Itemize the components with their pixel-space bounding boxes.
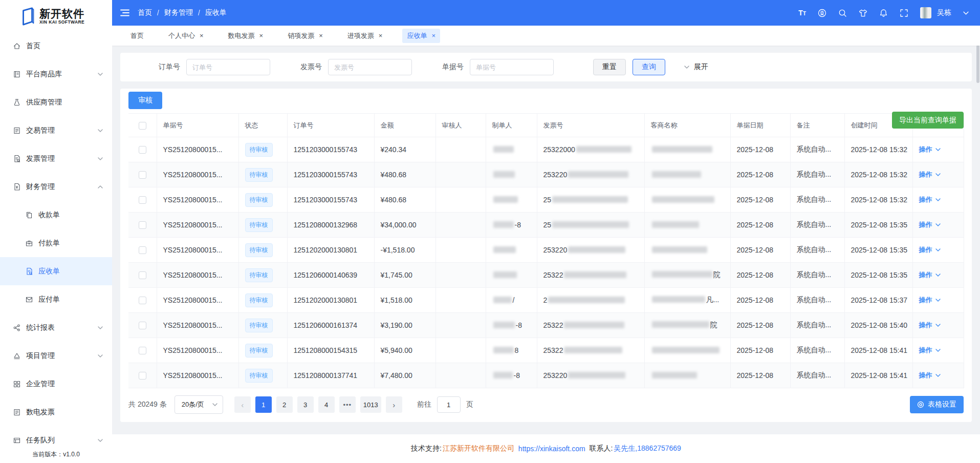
tab-digital-invoice[interactable]: 数电发票× <box>224 29 268 43</box>
avatar[interactable] <box>920 7 931 18</box>
tab-close-icon[interactable]: × <box>431 32 435 39</box>
search-icon[interactable] <box>838 9 847 17</box>
sidebar-item-payment-order[interactable]: 付款单 <box>0 229 112 257</box>
row-action-button[interactable]: 操作 <box>919 145 941 154</box>
fullscreen-icon[interactable] <box>900 9 908 17</box>
user-name[interactable]: 吴栋 <box>937 8 951 17</box>
row-checkbox[interactable] <box>139 297 146 304</box>
row-action-button[interactable]: 操作 <box>919 346 941 355</box>
tab-receivable[interactable]: 应收单× <box>402 29 440 43</box>
triangle-icon <box>13 352 21 360</box>
table-settings-button[interactable]: 表格设置 <box>910 396 964 413</box>
next-page-button[interactable]: › <box>386 396 402 413</box>
row-checkbox[interactable] <box>139 271 146 279</box>
tab-label: 销项发票 <box>288 31 314 40</box>
page-4-button[interactable]: 4 <box>318 396 335 413</box>
tab-personal-center[interactable]: 个人中心× <box>164 29 208 43</box>
table-row: YS25120800015...待审核1251206000161374¥3,19… <box>128 313 964 338</box>
select-all-checkbox[interactable] <box>139 122 146 130</box>
doc-no-cell: YS25120800015... <box>157 363 238 388</box>
sidebar-item-digital-invoice[interactable]: 数电发票 <box>0 398 112 426</box>
row-action-button[interactable]: 操作 <box>919 245 941 255</box>
row-checkbox[interactable] <box>139 171 146 179</box>
collapse-menu-icon[interactable] <box>120 9 129 16</box>
row-action-button[interactable]: 操作 <box>919 371 941 380</box>
theme-icon[interactable] <box>859 9 867 17</box>
sidebar-item-enterprise-mgmt[interactable]: 企业管理 <box>0 370 112 398</box>
remark-cell: 系统自动... <box>790 187 844 213</box>
audit-button[interactable]: 审核 <box>128 92 162 109</box>
order-no-cell: 1251206000140639 <box>287 263 374 288</box>
sidebar-item-invoice-mgmt[interactable]: 发票管理 <box>0 144 112 173</box>
amount-cell: ¥34,000.00 <box>374 213 435 238</box>
reset-button[interactable]: 重置 <box>593 59 626 75</box>
page-1013-button[interactable]: 1013 <box>360 396 381 413</box>
more-pages-button[interactable]: ••• <box>339 396 356 413</box>
row-action-button[interactable]: 操作 <box>919 170 941 179</box>
sidebar-item-task-queue[interactable]: 任务队列 <box>0 426 112 449</box>
invoice-no-input[interactable] <box>328 59 412 75</box>
tab-close-icon[interactable]: × <box>259 32 264 39</box>
redacted-maker <box>493 347 514 353</box>
sidebar-item-payable-order[interactable]: 应付单 <box>0 285 112 313</box>
checkbox-cell <box>128 263 157 288</box>
goto-page-input[interactable] <box>437 396 461 413</box>
home-icon <box>13 42 21 50</box>
sidebar-item-label: 付款单 <box>38 239 60 248</box>
row-checkbox[interactable] <box>139 322 146 329</box>
sidebar-item-stats-report[interactable]: 统计报表 <box>0 313 112 342</box>
auditor-cell <box>435 137 486 162</box>
action-cell: 操作 <box>912 213 964 238</box>
row-action-button[interactable]: 操作 <box>919 220 941 229</box>
language-icon[interactable] <box>818 9 826 17</box>
tab-close-icon[interactable]: × <box>319 32 323 39</box>
sidebar-item-label: 应付单 <box>38 295 60 304</box>
tab-output-invoice[interactable]: 销项发票× <box>283 29 328 43</box>
breadcrumb-receivable: 应收单 <box>205 8 227 17</box>
page-3-button[interactable]: 3 <box>297 396 314 413</box>
row-action-button[interactable]: 操作 <box>919 270 941 280</box>
tab-close-icon[interactable]: × <box>200 32 204 39</box>
order-no-input[interactable] <box>186 59 270 75</box>
sidebar-item-finance-mgmt[interactable]: 财务管理 <box>0 173 112 201</box>
sidebar-item-supplier-mgmt[interactable]: 供应商管理 <box>0 88 112 116</box>
sidebar-item-receipt-order[interactable]: 收款单 <box>0 201 112 229</box>
row-action-button[interactable]: 操作 <box>919 195 941 204</box>
sidebar-item-project-mgmt[interactable]: 项目管理 <box>0 342 112 370</box>
sidebar-item-platform-products[interactable]: 平台商品库 <box>0 60 112 88</box>
row-checkbox[interactable] <box>139 347 146 354</box>
sidebar-item-home[interactable]: 首页 <box>0 32 112 60</box>
contact-label: 联系人: <box>589 444 613 453</box>
sidebar-item-receivable-order[interactable]: 应收单 <box>0 257 112 285</box>
maker-cell <box>486 162 537 187</box>
doc-no-field-group: 单据号 <box>442 59 554 75</box>
row-action-button[interactable]: 操作 <box>919 321 941 330</box>
row-checkbox[interactable] <box>139 146 146 154</box>
row-checkbox[interactable] <box>139 221 146 229</box>
doc-no-input[interactable] <box>470 59 554 75</box>
font-size-icon[interactable]: TT <box>798 9 806 17</box>
tab-input-invoice[interactable]: 进项发票× <box>343 29 387 43</box>
row-checkbox[interactable] <box>139 196 146 204</box>
page-size-select[interactable]: 20条/页 <box>175 395 223 414</box>
page-2-button[interactable]: 2 <box>276 396 293 413</box>
notification-icon[interactable] <box>879 9 888 17</box>
sidebar-item-trade-mgmt[interactable]: 交易管理 <box>0 116 112 144</box>
row-checkbox[interactable] <box>139 372 146 380</box>
user-menu-chevron-down-icon[interactable] <box>963 11 969 15</box>
created-time-cell: 2025-12-08 15:32 <box>844 137 912 162</box>
page-1-button[interactable]: 1 <box>255 396 272 413</box>
breadcrumb-finance[interactable]: 财务管理 <box>164 8 193 17</box>
row-action-button[interactable]: 操作 <box>919 296 941 305</box>
export-button[interactable]: 导出当前查询单据 <box>892 112 964 129</box>
vertical-scrollbar[interactable] <box>976 45 979 83</box>
expand-toggle[interactable]: 展开 <box>684 62 708 72</box>
query-button[interactable]: 查询 <box>633 59 665 75</box>
row-checkbox[interactable] <box>139 246 146 254</box>
prev-page-button[interactable]: ‹ <box>234 396 251 413</box>
website-link[interactable]: https://xinkaisoft.com <box>518 445 585 453</box>
tab-close-icon[interactable]: × <box>379 32 383 39</box>
breadcrumb-home[interactable]: 首页 <box>138 8 152 17</box>
tab-home[interactable]: 首页 <box>126 29 148 43</box>
order-no-field-group: 订单号 <box>159 59 270 75</box>
